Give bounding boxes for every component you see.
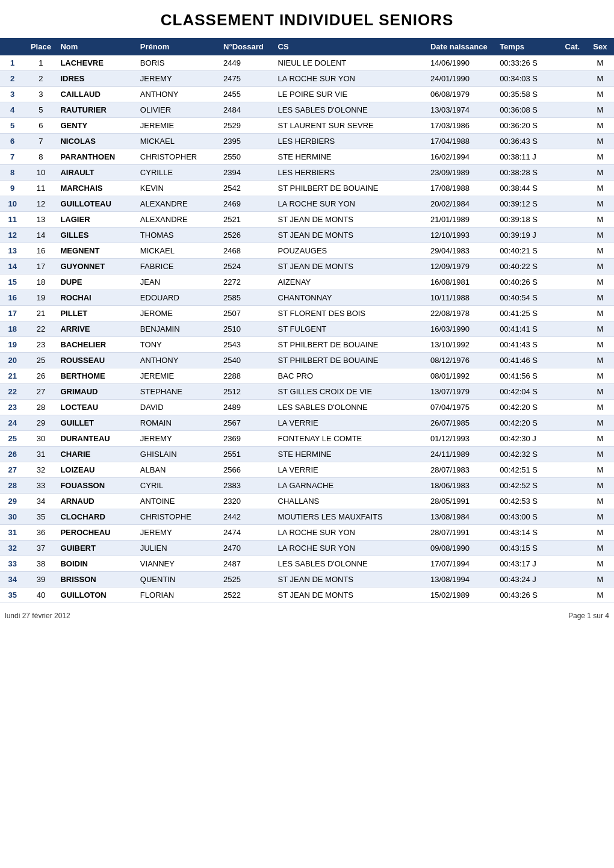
row-number: 35 [0,587,25,603]
nom: LOCTEAU [57,400,136,415]
prenom: CYRIL [137,478,220,494]
cs: LA ROCHE SUR YON [274,525,427,541]
place: 7 [25,134,57,149]
table-row: 33 38 BOIDIN VIANNEY 2487 LES SABLES D'O… [0,556,614,572]
row-number: 30 [0,509,25,525]
row-number: 24 [0,415,25,431]
sex: M [586,149,614,165]
table-header-row: Place Nom Prénom N°Dossard CS Date naiss… [0,38,614,55]
table-row: 4 5 RAUTURIER OLIVIER 2484 LES SABLES D'… [0,102,614,118]
nom: ROUSSEAU [57,353,136,368]
temps: 00:42:30 J [496,431,559,447]
date-naissance: 28/07/1991 [427,525,496,541]
temps: 00:43:17 J [496,556,559,572]
prenom: KEVIN [137,181,220,196]
temps: 00:39:12 S [496,196,559,212]
row-number: 2 [0,71,25,87]
row-number: 32 [0,541,25,556]
temps: 00:36:08 S [496,102,559,118]
table-row: 13 16 MEGNENT MICKAEL 2468 POUZAUGES 29/… [0,243,614,259]
place: 39 [25,572,57,587]
nom: CLOCHARD [57,509,136,525]
row-number: 12 [0,228,25,243]
page-title: CLASSEMENT INDIVIDUEL SENIORS [0,0,614,38]
nom: LAGIER [57,212,136,228]
date-naissance: 13/08/1994 [427,572,496,587]
prenom: ANTOINE [137,494,220,509]
dossard: 2540 [220,353,274,368]
header-sex: Sex [586,38,614,55]
temps: 00:41:41 S [496,321,559,337]
prenom: JEAN [137,274,220,290]
place: 25 [25,353,57,368]
dossard: 2487 [220,556,274,572]
prenom: JULIEN [137,541,220,556]
cat [559,71,586,87]
table-row: 1 1 LACHEVRE BORIS 2449 NIEUL LE DOLENT … [0,55,614,71]
table-row: 5 6 GENTY JEREMIE 2529 ST LAURENT SUR SE… [0,118,614,134]
nom: RAUTURIER [57,102,136,118]
row-number: 33 [0,556,25,572]
dossard: 2585 [220,290,274,306]
header-temps: Temps [496,38,559,55]
sex: M [586,196,614,212]
place: 14 [25,228,57,243]
cs: FONTENAY LE COMTE [274,431,427,447]
cs: MOUTIERS LES MAUXFAITS [274,509,427,525]
row-number: 8 [0,165,25,181]
place: 40 [25,587,57,603]
prenom: MICKAEL [137,243,220,259]
date-naissance: 24/11/1989 [427,447,496,462]
temps: 00:43:26 S [496,587,559,603]
temps: 00:38:44 S [496,181,559,196]
row-number: 9 [0,181,25,196]
date-naissance: 23/09/1989 [427,165,496,181]
temps: 00:42:20 S [496,415,559,431]
prenom: ROMAIN [137,415,220,431]
date-naissance: 29/04/1983 [427,243,496,259]
cat [559,259,586,274]
cat [559,306,586,321]
cs: ST JEAN DE MONTS [274,259,427,274]
prenom: ALBAN [137,462,220,478]
cat [559,337,586,353]
dossard: 2395 [220,134,274,149]
prenom: ALEXANDRE [137,212,220,228]
cat [559,55,586,71]
temps: 00:42:32 S [496,447,559,462]
nom: GUILLET [57,415,136,431]
table-row: 24 29 GUILLET ROMAIN 2567 LA VERRIE 26/0… [0,415,614,431]
sex: M [586,400,614,415]
dossard: 2524 [220,259,274,274]
prenom: THOMAS [137,228,220,243]
row-number: 23 [0,400,25,415]
temps: 00:40:21 S [496,243,559,259]
cs: POUZAUGES [274,243,427,259]
sex: M [586,337,614,353]
temps: 00:43:00 S [496,509,559,525]
nom: LACHEVRE [57,55,136,71]
cat [559,102,586,118]
dossard: 2475 [220,71,274,87]
date-naissance: 28/05/1991 [427,494,496,509]
date-naissance: 14/06/1990 [427,55,496,71]
nom: FOUASSON [57,478,136,494]
dossard: 2525 [220,572,274,587]
prenom: QUENTIN [137,572,220,587]
place: 13 [25,212,57,228]
row-number: 11 [0,212,25,228]
sex: M [586,102,614,118]
prenom: CHRISTOPHE [137,509,220,525]
prenom: TONY [137,337,220,353]
row-number: 4 [0,102,25,118]
cs: ST GILLES CROIX DE VIE [274,384,427,400]
table-row: 9 11 MARCHAIS KEVIN 2542 ST PHILBERT DE … [0,181,614,196]
sex: M [586,55,614,71]
cs: STE HERMINE [274,447,427,462]
temps: 00:40:22 S [496,259,559,274]
nom: DURANTEAU [57,431,136,447]
row-number: 1 [0,55,25,71]
sex: M [586,212,614,228]
date-naissance: 18/06/1983 [427,478,496,494]
cs: LES HERBIERS [274,165,427,181]
